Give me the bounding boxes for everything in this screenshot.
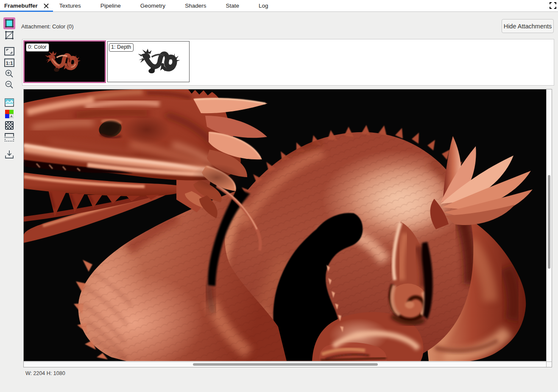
image-dimensions-label: W: 2204 H: 1080 — [25, 370, 65, 376]
save-image-icon[interactable] — [3, 148, 15, 160]
attachment-thumb-color[interactable]: 0: Color — [23, 40, 106, 83]
wireframe-icon[interactable] — [3, 29, 15, 41]
horizontal-scrollbar[interactable] — [24, 361, 547, 367]
actual-size-label: 1:1 — [6, 61, 13, 66]
zoom-to-fit-icon[interactable] — [3, 45, 15, 57]
tab-state[interactable]: State — [216, 0, 249, 11]
tab-close-icon[interactable] — [44, 3, 49, 8]
hide-attachments-button[interactable]: Hide Attachments — [502, 19, 554, 33]
viewer-toolbar: 1:1 A — [0, 12, 19, 392]
framebuffer-viewer — [23, 89, 552, 367]
tab-state-label: State — [226, 3, 239, 9]
tab-framebuffer-label: Framebuffer — [4, 3, 38, 9]
attachments-panel: 0: Color 1: Depth — [22, 39, 554, 86]
zoom-out-icon[interactable] — [3, 79, 15, 91]
tab-shaders[interactable]: Shaders — [175, 0, 216, 11]
tab-pipeline[interactable]: Pipeline — [91, 0, 131, 11]
horizontal-scrollbar-thumb[interactable] — [193, 363, 378, 366]
attachment-thumb-color-label: 0: Color — [26, 43, 49, 52]
tab-geometry[interactable]: Geometry — [131, 0, 175, 11]
checkerboard-background-icon[interactable] — [3, 120, 15, 131]
zoom-in-icon[interactable] — [3, 68, 15, 80]
tab-shaders-label: Shaders — [185, 3, 206, 9]
tab-log[interactable]: Log — [249, 0, 278, 11]
tab-pipeline-label: Pipeline — [100, 3, 121, 9]
scrollbar-corner — [546, 361, 552, 367]
fullscreen-icon[interactable] — [550, 2, 556, 9]
vertical-scrollbar-thumb[interactable] — [548, 175, 550, 269]
framebuffer-image[interactable] — [24, 89, 546, 361]
color-buffer-icon[interactable] — [3, 17, 15, 29]
vertical-scrollbar[interactable] — [546, 89, 552, 361]
tab-bar: Framebuffer Textures Pipeline Geometry S… — [0, 0, 558, 12]
tab-textures-label: Textures — [59, 3, 81, 9]
flip-vertically-icon[interactable] — [3, 131, 15, 143]
tab-log-label: Log — [259, 3, 268, 9]
tab-framebuffer[interactable]: Framebuffer — [0, 0, 50, 11]
attachment-thumb-depth[interactable]: 1: Depth — [107, 41, 190, 82]
tab-textures[interactable]: Textures — [50, 0, 91, 11]
color-channels-icon[interactable]: A — [3, 108, 15, 120]
tab-geometry-label: Geometry — [140, 3, 165, 9]
attachment-title: Attachment: Color (0) — [21, 23, 74, 30]
render-flat-icon[interactable] — [3, 97, 15, 108]
attachment-thumb-depth-label: 1: Depth — [109, 43, 134, 52]
zoom-actual-size-icon[interactable]: 1:1 — [3, 57, 15, 69]
alpha-channel-label: A — [10, 114, 13, 118]
